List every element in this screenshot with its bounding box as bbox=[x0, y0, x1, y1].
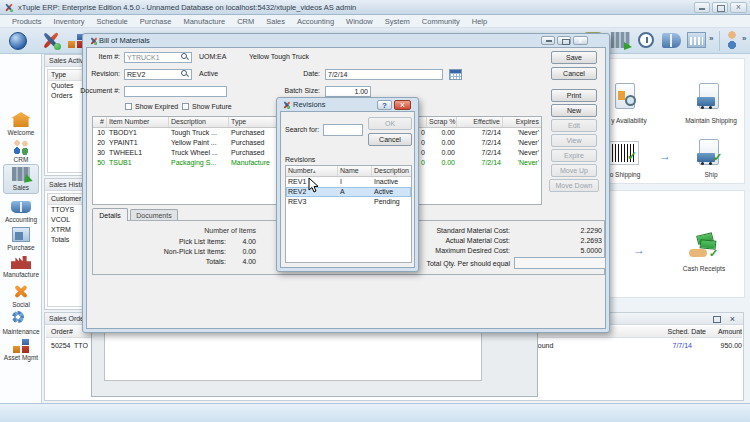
col-effective[interactable]: Effective bbox=[457, 117, 503, 127]
menu-inventory[interactable]: Inventory bbox=[48, 17, 91, 26]
col-expires[interactable]: Expires bbox=[503, 117, 541, 127]
web-globe-icon[interactable] bbox=[9, 32, 27, 50]
sidebar-item-manufacture[interactable]: Manufacture bbox=[0, 254, 42, 280]
menu-manufacture[interactable]: Manufacture bbox=[177, 17, 231, 26]
cash-receipts-shortcut[interactable] bbox=[687, 233, 721, 265]
bank-icon[interactable] bbox=[687, 32, 706, 48]
tab-details[interactable]: Details bbox=[92, 208, 128, 221]
sidebar-item-social[interactable]: Social bbox=[0, 282, 42, 310]
xtuple-logo-icon[interactable] bbox=[40, 31, 60, 50]
bom-minimize-button[interactable] bbox=[541, 36, 555, 45]
cell-name: A bbox=[338, 187, 372, 197]
col-number[interactable]: Number bbox=[286, 166, 338, 176]
view-button[interactable]: View bbox=[551, 134, 597, 147]
maximize-button[interactable] bbox=[712, 2, 728, 13]
menu-products[interactable]: Products bbox=[6, 17, 48, 26]
sidebar-item-crm[interactable]: CRM bbox=[0, 138, 42, 164]
sidebar-item-sales[interactable]: Sales bbox=[0, 164, 42, 194]
revision-search-icon[interactable] bbox=[181, 70, 189, 78]
show-future-checkbox[interactable] bbox=[182, 103, 189, 110]
col-sched-date[interactable]: Sched. Date bbox=[636, 326, 706, 338]
document-number-input[interactable] bbox=[124, 86, 227, 97]
sidebar-item-maintenance[interactable]: Maintenance bbox=[0, 310, 42, 338]
col-order-number[interactable]: Order# bbox=[51, 326, 73, 338]
menu-system[interactable]: System bbox=[379, 17, 416, 26]
close-button[interactable] bbox=[730, 2, 747, 13]
menu-crm[interactable]: CRM bbox=[231, 17, 260, 26]
sidebar-label: Asset Mgmt bbox=[0, 354, 42, 361]
cell-expires: 'Never' bbox=[503, 148, 541, 158]
sales-buildings-icon[interactable] bbox=[611, 32, 630, 48]
col-amount[interactable]: Amount bbox=[708, 326, 742, 338]
batch-size-input[interactable] bbox=[325, 86, 371, 97]
calendar-icon[interactable] bbox=[449, 69, 462, 80]
float-panel-icon[interactable] bbox=[713, 316, 721, 323]
show-expired-checkbox[interactable] bbox=[125, 103, 132, 110]
sidebar-item-accounting[interactable]: Accounting bbox=[0, 198, 42, 224]
expire-button[interactable]: Expire bbox=[551, 149, 597, 162]
ledger-book-icon[interactable] bbox=[662, 33, 681, 48]
col-description[interactable]: Description bbox=[169, 117, 229, 127]
revision-row[interactable]: REV1 I Inactive bbox=[286, 177, 411, 187]
toolbar-overflow-icon[interactable]: » bbox=[709, 34, 713, 43]
ship-shortcut[interactable] bbox=[695, 139, 727, 171]
menu-purchase[interactable]: Purchase bbox=[134, 17, 178, 26]
menu-accounting[interactable]: Accounting bbox=[291, 17, 340, 26]
move-down-button[interactable]: Move Down bbox=[549, 179, 599, 192]
col-type[interactable]: Type bbox=[229, 117, 279, 127]
date-input[interactable] bbox=[325, 69, 443, 80]
menu-community[interactable]: Community bbox=[416, 17, 466, 26]
sidebar-item-purchase[interactable]: Purchase bbox=[0, 226, 42, 252]
minimize-button[interactable] bbox=[694, 2, 710, 13]
batch-size-label: Batch Size: bbox=[280, 87, 320, 94]
maximum-cost-label: Maximum Desired Cost: bbox=[410, 247, 510, 254]
col-scrap[interactable]: Scrap % bbox=[427, 117, 457, 127]
social-icon bbox=[12, 284, 30, 299]
show-expired-label: Show Expired bbox=[135, 103, 178, 110]
ok-button[interactable]: OK bbox=[368, 117, 412, 130]
order-sched-date: 7/7/14 bbox=[636, 340, 692, 352]
sidebar-item-asset-mgmt[interactable]: Asset Mgmt bbox=[0, 338, 42, 364]
search-input[interactable] bbox=[323, 124, 363, 136]
time-clock-icon[interactable] bbox=[638, 32, 654, 48]
item-search-icon[interactable] bbox=[181, 53, 189, 61]
maintain-shipping-shortcut[interactable] bbox=[695, 83, 727, 115]
print-button[interactable]: Print bbox=[551, 89, 597, 102]
sidebar-item-welcome[interactable]: Welcome bbox=[0, 110, 42, 138]
menu-window[interactable]: Window bbox=[340, 17, 379, 26]
save-button[interactable]: Save bbox=[551, 51, 597, 64]
col-name[interactable]: Name bbox=[338, 166, 372, 176]
move-up-button[interactable]: Move Up bbox=[551, 164, 597, 177]
bom-close-button[interactable] bbox=[573, 36, 588, 45]
bom-maximize-button[interactable] bbox=[557, 36, 571, 45]
order-customer: TTO bbox=[74, 340, 88, 352]
revision-row[interactable]: REV3 Pending bbox=[286, 197, 411, 207]
cell-item: YPAINT1 bbox=[107, 138, 169, 148]
item-number-label: Item #: bbox=[87, 53, 120, 60]
close-panel-icon[interactable]: × bbox=[730, 313, 735, 325]
dialog-help-button[interactable] bbox=[377, 100, 392, 110]
to-shipping-shortcut[interactable] bbox=[607, 139, 643, 171]
menu-schedule[interactable]: Schedule bbox=[90, 17, 133, 26]
user-person-icon[interactable] bbox=[724, 31, 740, 49]
revisions-table-header: Number Name Description bbox=[286, 166, 411, 177]
revisions-dialog-title: Revisions bbox=[293, 98, 326, 112]
col-description[interactable]: Description bbox=[372, 166, 411, 176]
check-icon bbox=[627, 149, 637, 163]
revision-row-selected[interactable]: REV2 A Active bbox=[286, 187, 411, 197]
menu-help[interactable]: Help bbox=[466, 17, 493, 26]
maximum-cost-value: 5.0000 bbox=[546, 247, 602, 254]
dialog-cancel-button[interactable]: Cancel bbox=[368, 133, 412, 146]
col-item-number[interactable]: Item Number bbox=[107, 117, 169, 127]
col-seq[interactable]: # bbox=[93, 117, 107, 127]
dialog-close-button[interactable] bbox=[394, 100, 411, 110]
toolbar-overflow2-icon[interactable]: » bbox=[742, 34, 746, 43]
cell-description: Active bbox=[372, 187, 411, 197]
flow-arrow-icon bbox=[659, 149, 671, 163]
cancel-button[interactable]: Cancel bbox=[551, 67, 597, 80]
total-qty-input[interactable] bbox=[514, 257, 606, 269]
edit-button[interactable]: Edit bbox=[551, 119, 597, 132]
availability-shortcut[interactable] bbox=[613, 83, 645, 115]
new-button[interactable]: New bbox=[551, 104, 597, 117]
menu-sales[interactable]: Sales bbox=[260, 17, 291, 26]
